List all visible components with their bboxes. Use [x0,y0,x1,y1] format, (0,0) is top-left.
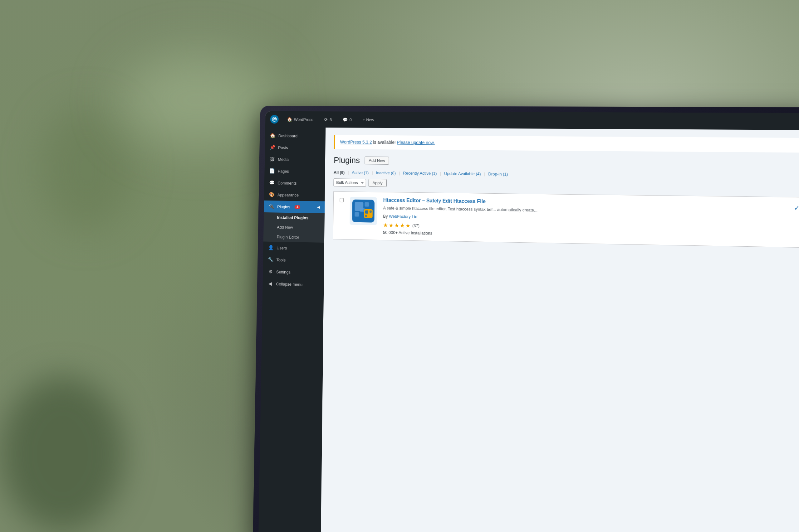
star-2: ★ [388,222,394,229]
updates-icon: ⟳ [324,117,328,122]
sidebar-label-pages: Pages [278,169,289,173]
comments-count: 0 [349,117,352,122]
new-label: + New [363,117,374,122]
admin-bar-site[interactable]: 🏠 WordPress [285,116,316,123]
filter-all[interactable]: All (9) [334,170,347,175]
media-icon: 🖼 [269,156,275,162]
submenu-installed-plugins[interactable]: Installed Plugins [264,212,325,223]
rating-count: (37) [412,223,419,228]
sidebar-label-tools: Tools [276,257,286,262]
update-notice: WordPress 5.3.2 is available! Please upd… [334,135,799,152]
laptop-frame: W 🏠 WordPress ⟳ 5 💬 0 [253,106,799,532]
plugins-arrow: ◀ [317,205,320,209]
sidebar-label-users: Users [276,245,287,250]
sidebar-item-media[interactable]: 🖼 Media [265,153,325,166]
plugins-badge: 4 [294,205,300,209]
sidebar-item-comments[interactable]: 💬 Comments [265,177,325,189]
filter-active[interactable]: Active (1) [349,170,371,175]
plugin-list: Htaccess Editor – Safely Edit Htaccess F… [333,191,799,248]
svg-rect-11 [365,215,367,217]
main-area: 🏠 Dashboard 📌 Posts 🖼 Media 📄 [258,127,799,532]
plugin-meta: ★ ★ ★ ★ ★ (37) 50, [383,222,788,242]
bulk-actions-bar: Bulk Actions Activate Deactivate Delete … [333,178,799,192]
sidebar-label-plugins: Plugins [277,204,290,209]
bulk-actions-select[interactable]: Bulk Actions Activate Deactivate Delete [333,178,366,187]
filter-links: All (9) | Active (1) | Inactive (8) | Re… [334,170,799,179]
plugin-info: Htaccess Editor – Safely Edit Htaccess F… [383,197,788,242]
laptop-bezel: W 🏠 WordPress ⟳ 5 💬 0 [258,111,799,532]
dashboard-icon: 🏠 [270,133,276,138]
sidebar-item-plugins[interactable]: 🔌 Plugins 4 ◀ [264,201,325,213]
wp-version-link[interactable]: WordPress 5.3.2 [340,139,372,145]
author-by-label: By [383,214,388,218]
sidebar-item-tools[interactable]: 🔧 Tools [263,253,324,267]
filter-drop-in[interactable]: Drop-in (1) [486,172,510,176]
submenu-add-new[interactable]: Add New [264,222,324,233]
screen: W 🏠 WordPress ⟳ 5 💬 0 [258,111,799,532]
star-1: ★ [383,222,388,229]
content-area: WordPress 5.3.2 is available! Please upd… [321,128,799,532]
laptop-wrapper: W 🏠 WordPress ⟳ 5 💬 0 [125,49,799,532]
star-5: ★ [405,222,411,229]
update-now-link[interactable]: Please update now. [397,140,435,145]
sidebar-label-posts: Posts [278,145,288,150]
sidebar-item-settings[interactable]: ⚙ Settings [263,265,324,279]
filter-recently-active[interactable]: Recently Active (1) [400,171,439,175]
svg-rect-9 [365,210,368,214]
plugins-submenu: Installed Plugins Add New Plugin Editor [264,212,325,243]
sidebar-label-collapse: Collapse menu [276,281,303,287]
tools-icon: 🔧 [268,256,273,263]
home-icon: 🏠 [287,117,292,122]
settings-icon: ⚙ [268,269,273,275]
sidebar-item-dashboard[interactable]: 🏠 Dashboard [265,130,326,142]
sidebar: 🏠 Dashboard 📌 Posts 🖼 Media 📄 [258,127,326,532]
svg-rect-5 [365,202,369,206]
users-icon: 👤 [268,245,274,251]
page-title: Plugins [334,155,360,165]
comments-icon: 💬 [343,117,348,122]
sidebar-item-posts[interactable]: 📌 Posts [265,141,326,154]
updates-count: 5 [330,117,332,122]
svg-text:W: W [273,118,276,121]
filter-update-available[interactable]: Update Available (4) [442,171,484,176]
sidebar-label-dashboard: Dashboard [278,133,298,138]
page-header: Plugins Add New [334,155,799,169]
sidebar-item-collapse[interactable]: ◀ Collapse menu [262,278,324,291]
apply-button[interactable]: Apply [369,179,387,187]
stars-container: ★ ★ ★ ★ ★ [383,222,411,229]
sidebar-label-media: Media [278,157,289,162]
add-new-button[interactable]: Add New [365,156,389,165]
admin-bar-comments[interactable]: 💬 0 [340,116,354,123]
comments-sidebar-icon: 💬 [269,180,275,186]
posts-icon: 📌 [270,145,275,150]
filter-inactive[interactable]: Inactive (8) [373,170,398,175]
sidebar-item-pages[interactable]: 📄 Pages [265,165,325,177]
sidebar-label-comments: Comments [277,180,296,186]
collapse-icon: ◀ [268,281,273,287]
wp-logo[interactable]: W [270,115,278,124]
sidebar-item-users[interactable]: 👤 Users [263,242,324,255]
svg-rect-8 [364,209,373,218]
author-link[interactable]: WebFactory Ltd [389,214,417,219]
pages-icon: 📄 [269,168,275,174]
star-3: ★ [394,222,399,229]
sidebar-label-appearance: Appearance [277,192,299,197]
sidebar-item-appearance[interactable]: 🎨 Appearance [264,189,325,202]
plugin-icon-htaccess [349,197,377,225]
svg-rect-7 [360,208,365,212]
plugin-row-htaccess: Htaccess Editor – Safely Edit Htaccess F… [333,192,799,247]
plugins-icon: 🔌 [269,204,274,209]
plugin-active-indicator: ✓ [794,204,799,212]
svg-rect-10 [369,210,372,213]
admin-bar-new[interactable]: + New [360,116,376,123]
star-4: ★ [400,222,405,229]
admin-bar-updates[interactable]: ⟳ 5 [322,116,334,123]
admin-bar: W 🏠 WordPress ⟳ 5 💬 0 [265,111,799,130]
update-notice-text: is available! [373,140,397,145]
site-name-label: WordPress [294,117,313,121]
submenu-plugin-editor[interactable]: Plugin Editor [264,232,324,243]
plugin-checkbox-htaccess[interactable] [340,198,344,202]
appearance-icon: 🎨 [269,192,275,197]
sidebar-label-settings: Settings [276,269,291,274]
svg-rect-6 [355,212,359,216]
